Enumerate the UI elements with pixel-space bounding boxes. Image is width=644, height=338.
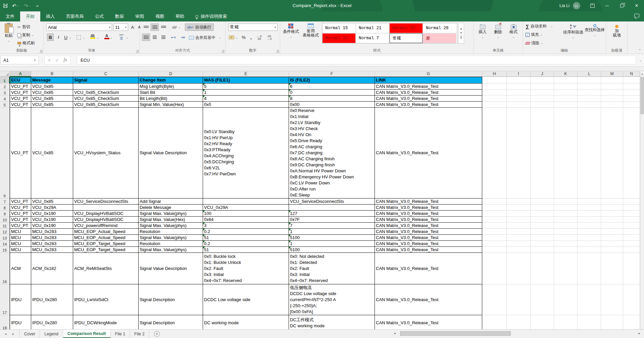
cell[interactable]: [554, 96, 578, 102]
cell[interactable]: [73, 83, 139, 90]
cell[interactable]: [554, 253, 578, 284]
cell[interactable]: [623, 205, 640, 211]
cell[interactable]: [531, 108, 554, 199]
cell[interactable]: [482, 284, 507, 315]
cell[interactable]: 0.2: [203, 241, 289, 247]
format-painter-button[interactable]: 格式刷: [17, 40, 35, 46]
cell[interactable]: [601, 211, 623, 217]
row-header-7[interactable]: 7: [0, 199, 10, 205]
cell[interactable]: VCU_ServiceDisconnectSts: [73, 199, 139, 205]
cell[interactable]: WAS (FILE1): [203, 77, 289, 83]
conditional-formatting-button[interactable]: 条件格式⌄: [282, 23, 300, 39]
cell[interactable]: [507, 199, 531, 205]
column-header-C[interactable]: C: [73, 71, 139, 77]
scroll-up-icon[interactable]: ▲: [640, 71, 644, 77]
cell[interactable]: 0x0: [203, 102, 289, 108]
cell[interactable]: [623, 235, 640, 241]
column-header-F[interactable]: F: [289, 71, 375, 77]
column-header-G[interactable]: G: [375, 71, 482, 77]
cell[interactable]: VCU_PT: [10, 83, 31, 90]
cell[interactable]: MCU: [10, 229, 31, 235]
cell[interactable]: [623, 223, 640, 229]
font-dialog-launcher[interactable]: [136, 50, 139, 53]
cell[interactable]: MCU: [10, 235, 31, 241]
cell[interactable]: VCU_ServiceDisconnectSts: [289, 199, 375, 205]
cell[interactable]: MCU_EOP_Target_Speed: [73, 241, 139, 247]
cell[interactable]: [623, 217, 640, 223]
cell[interactable]: Signal Value Description: [139, 253, 203, 284]
sheet-tab-file-1[interactable]: File 1: [111, 330, 130, 338]
cut-button[interactable]: ✂剪切: [17, 24, 30, 30]
cell[interactable]: [578, 102, 601, 108]
style-gallery-item[interactable]: Normal 31: [322, 33, 356, 43]
align-top-button[interactable]: [142, 23, 150, 31]
cell[interactable]: [554, 102, 578, 108]
style-gallery-item[interactable]: 常规: [389, 33, 423, 43]
cell[interactable]: 0x7F: [289, 217, 375, 223]
cell[interactable]: [601, 235, 623, 241]
new-sheet-button[interactable]: +: [154, 331, 160, 337]
alignment-dialog-launcher[interactable]: [221, 50, 224, 53]
column-header-J[interactable]: J: [531, 71, 554, 77]
cell[interactable]: Message: [31, 77, 73, 83]
underline-button[interactable]: U: [62, 34, 69, 41]
tell-me-search[interactable]: 操作说明搜索: [195, 11, 227, 21]
cell[interactable]: VCU_0x85_CheckSum: [73, 96, 139, 102]
font-size-combo[interactable]: 11▾: [113, 23, 128, 31]
cell[interactable]: CAN Matrix_V3.0_Release_Test: [375, 83, 482, 90]
cell[interactable]: CAN Matrix_V3.0_Release_Test: [375, 205, 482, 211]
cell[interactable]: CAN Matrix_V3.0_Release_Test: [375, 217, 482, 223]
cell[interactable]: [601, 83, 623, 90]
style-gallery-item[interactable]: Normal 7: [356, 33, 389, 43]
restore-button[interactable]: [614, 0, 629, 11]
cell[interactable]: [507, 96, 531, 102]
cell[interactable]: VCU_0x29A: [203, 205, 289, 211]
collapse-ribbon-button[interactable]: ⌃: [639, 49, 641, 52]
row-header-4[interactable]: 4: [0, 96, 10, 102]
merge-center-button[interactable]: ↔ 合并后居中⌄: [189, 35, 221, 41]
cell[interactable]: IPDU_0x280: [31, 315, 73, 329]
cell[interactable]: VCU_DisplayHVBattSOC: [73, 217, 139, 223]
cell[interactable]: [507, 315, 531, 329]
cell[interactable]: [554, 205, 578, 211]
cell[interactable]: Signal Max. Value(phys): [139, 223, 203, 229]
format-cells-button[interactable]: 格式⌄: [507, 25, 520, 39]
row-header-15[interactable]: 15: [0, 247, 10, 253]
cell[interactable]: 1: [289, 241, 375, 247]
style-gallery-item[interactable]: Normal 28: [423, 23, 456, 33]
cell[interactable]: DC工作模式 DC working mode: [289, 315, 375, 329]
cell[interactable]: [578, 96, 601, 102]
cell[interactable]: VCU_0x190: [31, 211, 73, 217]
cell[interactable]: MCU_EOP_Actual_Speed: [73, 235, 139, 241]
bold-button[interactable]: B: [47, 34, 54, 41]
cell[interactable]: [507, 90, 531, 96]
cell[interactable]: IPDU: [10, 284, 31, 315]
cell[interactable]: MCU: [10, 247, 31, 253]
cell[interactable]: [578, 253, 601, 284]
cell[interactable]: [578, 211, 601, 217]
cell[interactable]: [554, 241, 578, 247]
cell[interactable]: MCU_0x283: [31, 229, 73, 235]
cell[interactable]: [578, 315, 601, 329]
cell[interactable]: [531, 205, 554, 211]
cell[interactable]: [578, 83, 601, 90]
cell[interactable]: [623, 96, 640, 102]
cell[interactable]: Bit Length(Bit): [139, 96, 203, 102]
align-left-button[interactable]: [142, 34, 150, 41]
row-header-8[interactable]: 8: [0, 205, 10, 211]
cell[interactable]: VCU_0x85: [31, 199, 73, 205]
cell[interactable]: [507, 102, 531, 108]
cell[interactable]: [623, 83, 640, 90]
cell[interactable]: [531, 223, 554, 229]
cell[interactable]: [623, 247, 640, 253]
cell[interactable]: MCU_EOP_Target_Speed: [73, 247, 139, 253]
cell[interactable]: [601, 253, 623, 284]
cell[interactable]: 4: [203, 96, 289, 102]
row-header-12[interactable]: 12: [0, 229, 10, 235]
cell[interactable]: [482, 96, 507, 102]
cell[interactable]: [507, 205, 531, 211]
cell[interactable]: VCU_PT: [10, 108, 31, 199]
cell[interactable]: [531, 90, 554, 96]
number-dialog-launcher[interactable]: [276, 50, 279, 53]
addins-button[interactable]: 加 载项: [610, 25, 624, 38]
